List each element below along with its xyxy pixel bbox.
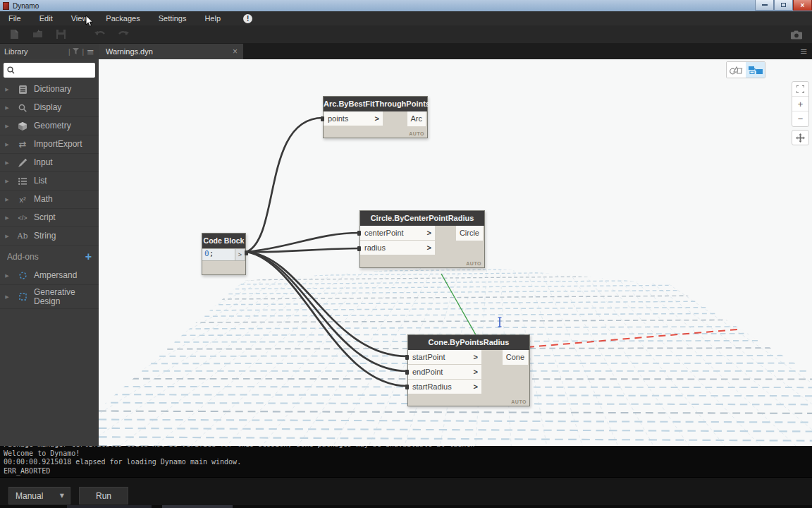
pan-button[interactable] [792, 130, 809, 145]
restore-button[interactable] [774, 0, 793, 11]
minimize-button[interactable] [755, 0, 774, 11]
open-file-icon[interactable] [32, 29, 43, 40]
expand-arrow-icon[interactable]: ▶ [0, 105, 14, 111]
chevron-icon: > [474, 382, 478, 391]
notifications-icon[interactable]: ! [243, 14, 252, 23]
menu-file[interactable]: File [8, 14, 21, 23]
expand-arrow-icon[interactable]: ▶ [0, 87, 14, 92]
library-sidebar: ▶ Dictionary ▶ Display ▶ Geometry ▶ ⇄ Im… [0, 59, 99, 446]
library-search[interactable] [4, 63, 95, 78]
run-bar: Manual ▼ Run [0, 477, 812, 508]
new-file-icon[interactable] [8, 29, 20, 40]
sidebar-item-importexport[interactable]: ▶ ⇄ ImportExport [0, 135, 99, 154]
node-arc-bybestfitthroughpoints[interactable]: Arc.ByBestFitThroughPoints points> Arc A… [323, 96, 428, 138]
close-button[interactable]: × [793, 0, 812, 11]
output-port-cone[interactable]: Cone [503, 350, 528, 365]
add-package-button[interactable]: + [85, 250, 92, 263]
expand-arrow-icon[interactable]: ▶ [0, 273, 14, 279]
chevron-icon: > [427, 229, 431, 237]
node-code-block[interactable]: Code Block 0; > [202, 233, 246, 275]
titlebar: Dynamo × [0, 0, 812, 11]
sidebar-item-list[interactable]: ▶ List [0, 172, 99, 190]
zoom-out-button[interactable]: − [792, 111, 808, 126]
fit-to-screen-button[interactable] [792, 82, 808, 97]
workspace-menu-icon[interactable]: ≡ [800, 46, 808, 56]
swap-arrows-icon: ⇄ [14, 139, 31, 150]
input-port-radius[interactable]: radius> [360, 241, 435, 255]
export-image-camera-icon[interactable] [791, 29, 802, 40]
input-port-nub[interactable] [405, 370, 409, 375]
geometry-cube-icon [14, 122, 31, 131]
run-button[interactable]: Run [79, 487, 128, 504]
expand-arrow-icon[interactable]: ▶ [0, 123, 14, 129]
sidebar-item-dictionary[interactable]: ▶ Dictionary [0, 80, 99, 99]
node-title[interactable]: Arc.ByBestFitThroughPoints [324, 97, 427, 111]
zoom-controls: + − [792, 81, 809, 127]
filter-icon[interactable] [73, 47, 79, 56]
sidebar-item-ampersand[interactable]: ▶ Ampersand [0, 267, 99, 285]
node-title[interactable]: Cone.ByPointsRadius [408, 335, 529, 350]
expand-arrow-icon[interactable]: ▶ [0, 197, 14, 202]
output-port-arc[interactable]: Arc [407, 111, 426, 126]
input-port-nub[interactable] [405, 385, 409, 389]
console-line: Welcome to Dynamo! [4, 449, 812, 459]
graph-canvas[interactable]: Arc.ByBestFitThroughPoints points> Arc A… [99, 59, 812, 446]
output-port-nub[interactable] [245, 250, 248, 255]
wire-codeblock-to-arc [247, 118, 323, 252]
input-port-startradius[interactable]: startRadius> [408, 380, 481, 394]
sidebar-item-script[interactable]: ▶ </> Script [0, 209, 99, 227]
code-icon: </> [14, 214, 31, 222]
menu-help[interactable]: Help [204, 14, 221, 23]
input-port-endpoint[interactable]: endPoint> [408, 365, 481, 380]
expand-arrow-icon[interactable]: ▶ [0, 160, 14, 166]
taskbar-sliver [0, 505, 812, 508]
chevron-down-icon: ▼ [60, 492, 64, 499]
graph-view-toggle[interactable] [746, 62, 765, 78]
sidebar-item-display[interactable]: ▶ Display [0, 99, 99, 117]
input-pencil-icon [14, 159, 31, 167]
library-menu-icon[interactable]: ≡ [87, 47, 94, 57]
input-port-points[interactable]: points> [324, 111, 383, 126]
input-port-nub[interactable] [405, 355, 409, 360]
expand-arrow-icon[interactable]: ▶ [0, 215, 14, 221]
expand-arrow-icon[interactable]: ▶ [0, 179, 14, 184]
dynamo-window: Dynamo × File Edit View Packages Setting… [0, 0, 812, 508]
node-title[interactable]: Code Block [202, 234, 245, 248]
console-line: ERR_ABORTED [4, 467, 812, 476]
input-port-nub[interactable] [357, 231, 361, 236]
node-title[interactable]: Circle.ByCenterPointRadius [360, 211, 484, 226]
output-port-circle[interactable]: Circle [456, 226, 483, 241]
save-icon[interactable] [55, 29, 66, 40]
output-port-code[interactable]: > [235, 248, 245, 261]
lacing-badge: AUTO [409, 131, 424, 136]
sidebar-item-string[interactable]: ▶ Ab String [0, 227, 99, 246]
expand-arrow-icon[interactable]: ▶ [0, 234, 14, 239]
x-squared-icon: x² [14, 195, 31, 204]
input-port-nub[interactable] [357, 246, 361, 251]
redo-icon[interactable] [118, 29, 129, 40]
search-icon [7, 64, 15, 77]
code-block-editor[interactable]: 0; [202, 248, 235, 261]
geometry-preview-toggle[interactable] [727, 62, 746, 78]
menu-settings[interactable]: Settings [159, 14, 187, 23]
sidebar-item-generative-design[interactable]: ▶ Generative Design [0, 285, 99, 309]
input-port-startpoint[interactable]: startPoint> [408, 350, 481, 365]
menu-edit[interactable]: Edit [39, 14, 53, 23]
undo-icon[interactable] [94, 29, 106, 40]
expand-arrow-icon[interactable]: ▶ [0, 294, 14, 300]
search-input[interactable] [18, 66, 88, 75]
menu-packages[interactable]: Packages [106, 14, 140, 23]
library-panel-header: Library | | ≡ [0, 44, 99, 59]
input-port-nub[interactable] [321, 116, 324, 121]
input-port-centerpoint[interactable]: centerPoint> [360, 226, 435, 241]
node-cone-bypointsradius[interactable]: Cone.ByPointsRadius startPoint> endPoint… [407, 334, 530, 406]
tab-close-icon[interactable]: × [233, 47, 238, 56]
expand-arrow-icon[interactable]: ▶ [0, 142, 14, 147]
sidebar-item-input[interactable]: ▶ Input [0, 154, 99, 172]
sidebar-item-geometry[interactable]: ▶ Geometry [0, 117, 99, 135]
tab-warnings-dyn[interactable]: Warnings.dyn × [99, 44, 243, 59]
zoom-in-button[interactable]: + [792, 97, 808, 111]
sidebar-item-math[interactable]: ▶ x² Math [0, 190, 99, 209]
node-circle-bycenterpointradius[interactable]: Circle.ByCenterPointRadius centerPoint> … [359, 210, 485, 268]
run-mode-select[interactable]: Manual ▼ [8, 487, 70, 504]
